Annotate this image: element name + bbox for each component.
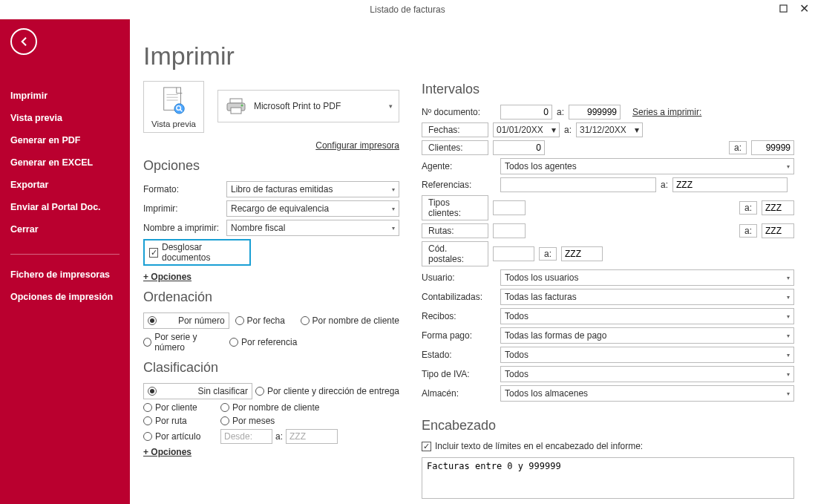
agente-label: Agente: <box>422 161 496 171</box>
svg-rect-0 <box>779 4 786 11</box>
nombre-select[interactable]: Nombre fiscal▾ <box>226 220 399 236</box>
encabezado-heading: Encabezado <box>422 418 794 433</box>
contab-select[interactable]: Todas las facturas▾ <box>500 289 794 305</box>
sidebar-item-enviar-portal[interactable]: Enviar al Portal Doc. <box>0 196 130 218</box>
chevron-down-icon: ▾ <box>389 102 393 110</box>
configurar-impresora-link[interactable]: Configurar impresora <box>315 140 399 151</box>
clientes-from-input[interactable] <box>493 140 545 155</box>
fecha-to-select[interactable]: 31/12/20XX▾ <box>576 122 643 137</box>
vista-previa-button[interactable]: Vista previa <box>143 81 204 133</box>
radio-sin-clasificar[interactable]: Sin clasificar <box>143 383 252 399</box>
tipos-a-button[interactable]: a: <box>739 201 757 215</box>
rutas-to-input[interactable] <box>762 223 794 238</box>
cp-to-input[interactable] <box>561 246 603 261</box>
incluir-encabezado-checkbox[interactable] <box>422 442 431 451</box>
clientes-to-input[interactable] <box>751 140 794 155</box>
chevron-down-icon: ▾ <box>392 225 395 232</box>
sidebar-item-fichero-impresoras[interactable]: Fichero de impresoras <box>0 264 130 286</box>
rutas-button[interactable]: Rutas: <box>422 223 488 238</box>
rutas-from-input[interactable] <box>493 223 526 238</box>
clientes-button[interactable]: Clientes: <box>422 140 488 155</box>
ref-to-input[interactable] <box>672 177 788 192</box>
sidebar-item-cerrar[interactable]: Cerrar <box>0 218 130 240</box>
back-button[interactable] <box>10 28 37 55</box>
fechas-button[interactable]: Fechas: <box>422 122 488 137</box>
series-link[interactable]: Series a imprimir: <box>632 107 701 117</box>
encabezado-textarea[interactable] <box>422 457 794 499</box>
radio-por-fecha[interactable]: Por fecha <box>235 312 295 329</box>
chevron-down-icon: ▾ <box>392 186 395 193</box>
radio-por-serie-numero[interactable]: Por serie y número <box>143 332 223 353</box>
rutas-a-button[interactable]: a: <box>739 224 757 238</box>
sidebar-item-generar-pdf[interactable]: Generar en PDF <box>0 129 130 151</box>
radio-por-numero[interactable]: Por número <box>143 312 229 329</box>
radio-por-articulo[interactable]: Por artículo <box>143 431 217 442</box>
desglosar-label: Desglosar documentos <box>162 242 245 263</box>
ref-from-input[interactable] <box>500 177 656 192</box>
chevron-down-icon: ▾ <box>787 333 790 339</box>
opciones-heading: Opciones <box>143 158 399 174</box>
clas-a-label: a: <box>275 431 283 442</box>
fecha-a: a: <box>564 125 572 135</box>
sidebar-item-opciones-impresion[interactable]: Opciones de impresión <box>0 286 130 308</box>
sidebar-item-vista-previa[interactable]: Vista previa <box>0 107 130 129</box>
svg-rect-10 <box>231 108 241 114</box>
recibos-label: Recibos: <box>422 311 496 321</box>
desglosar-checkbox[interactable] <box>149 248 158 258</box>
radio-por-nombre-cliente-clas[interactable]: Por nombre de cliente <box>220 402 319 413</box>
chevron-down-icon: ▾ <box>787 163 790 170</box>
usuario-select[interactable]: Todos los usuarios▾ <box>500 269 794 286</box>
window-close-icon[interactable]: ✕ <box>797 1 811 15</box>
chevron-down-icon: ▾ <box>635 125 639 135</box>
chevron-down-icon: ▾ <box>392 206 395 212</box>
radio-por-nombre-cliente[interactable]: Por nombre de cliente <box>301 312 399 329</box>
ndoc-label: Nº documento: <box>422 107 496 117</box>
imprimir-select[interactable]: Recargo de equivalencia▾ <box>226 200 399 217</box>
sidebar-item-imprimir[interactable]: Imprimir <box>0 85 130 107</box>
tipos-from-input[interactable] <box>493 200 526 215</box>
chevron-down-icon: ▾ <box>787 275 790 281</box>
iva-label: Tipo de IVA: <box>422 369 496 379</box>
cp-a-button[interactable]: a: <box>539 247 557 261</box>
radio-por-referencia[interactable]: Por referencia <box>229 332 297 353</box>
ndoc-from-input[interactable] <box>500 105 552 120</box>
radio-por-cliente[interactable]: Por cliente <box>143 402 217 413</box>
clientes-a-button[interactable]: a: <box>729 141 747 154</box>
sidebar-item-generar-excel[interactable]: Generar en EXCEL <box>0 151 130 174</box>
iva-select[interactable]: Todos▾ <box>500 366 794 382</box>
imprimir-label: Imprimir: <box>143 203 226 214</box>
cp-from-input[interactable] <box>493 246 534 261</box>
vista-previa-label: Vista previa <box>151 120 196 128</box>
printer-select[interactable]: Microsoft Print to PDF ▾ <box>217 90 399 122</box>
chevron-down-icon: ▾ <box>787 371 790 378</box>
recibos-select[interactable]: Todos▾ <box>500 308 794 324</box>
sidebar-item-exportar[interactable]: Exportar <box>0 174 130 196</box>
chevron-down-icon: ▾ <box>551 125 556 135</box>
radio-cliente-direccion[interactable]: Por cliente y dirección de entrega <box>255 386 399 396</box>
fp-select[interactable]: Todas las formas de pago▾ <box>500 327 794 344</box>
radio-por-meses[interactable]: Por meses <box>220 416 275 426</box>
printer-name: Microsoft Print to PDF <box>254 101 341 111</box>
incluir-encabezado-label: Incluir texto de límites en el encabezad… <box>435 441 643 451</box>
alm-select[interactable]: Todos los almacenes▾ <box>500 385 794 402</box>
svg-point-11 <box>240 105 243 107</box>
tipos-clientes-button[interactable]: Tipos clientes: <box>422 195 488 220</box>
radio-por-ruta[interactable]: Por ruta <box>143 416 217 426</box>
cp-button[interactable]: Cód. postales: <box>422 241 488 266</box>
formato-select[interactable]: Libro de facturas emitidas▾ <box>226 181 399 197</box>
printer-icon <box>226 97 246 115</box>
fecha-from-select[interactable]: 01/01/20XX▾ <box>493 122 560 137</box>
clas-desde-input[interactable] <box>220 429 272 444</box>
agente-select[interactable]: Todos los agentes▾ <box>500 158 794 174</box>
window-maximize-icon[interactable] <box>776 1 790 15</box>
estado-select[interactable]: Todos▾ <box>500 347 794 363</box>
contab-label: Contabilizadas: <box>422 292 496 302</box>
chevron-down-icon: ▾ <box>787 294 790 301</box>
ndoc-to-input[interactable] <box>569 105 621 120</box>
mas-opciones-link[interactable]: + Opciones <box>143 272 192 282</box>
mas-opciones-clas-link[interactable]: + Opciones <box>143 447 192 457</box>
tipos-to-input[interactable] <box>762 200 794 215</box>
clas-hasta-input[interactable] <box>286 429 338 444</box>
ref-a: a: <box>661 180 668 190</box>
alm-label: Almacén: <box>422 388 496 399</box>
